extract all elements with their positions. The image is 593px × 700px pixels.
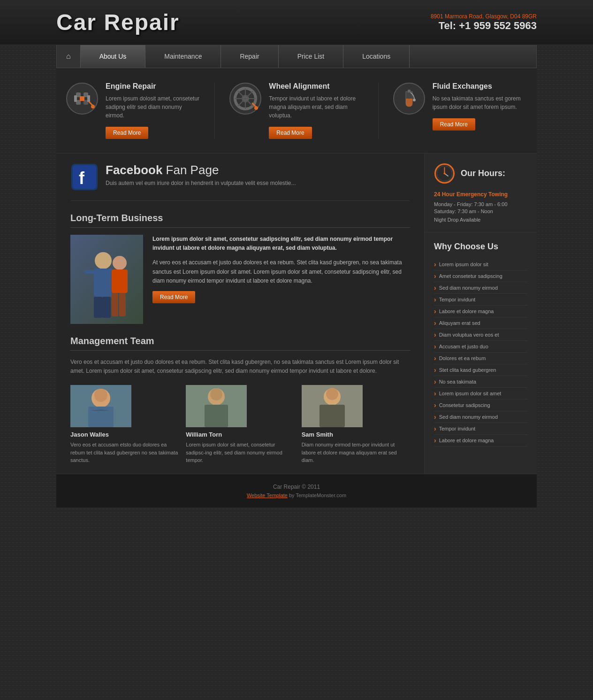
management-title: Management Team xyxy=(70,336,410,351)
longterm-para1: Lorem ipsum dolor sit amet, consetetur s… xyxy=(152,235,410,253)
wheel-desc: Tempor invidunt ut labore et dolore magn… xyxy=(269,94,364,120)
wheel-title: Wheel Alignment xyxy=(269,82,364,91)
nav-item-maintenance[interactable]: Maintenance xyxy=(145,45,221,68)
hours-weekday: Monday - Friday: 7:30 am - 6:00 xyxy=(434,201,527,207)
svg-rect-35 xyxy=(119,293,126,316)
fluid-read-more[interactable]: Read More xyxy=(433,118,475,131)
engine-desc: Lorem ipsum dolosit amet, consetetur sad… xyxy=(106,94,200,120)
engine-icon xyxy=(66,82,99,115)
fluid-desc: No sea takimata sanctus est gorem ipsum … xyxy=(433,94,527,111)
logo: Car Repair xyxy=(56,9,180,35)
left-content: f Facebook Fan Page Duis autem vel eum i… xyxy=(56,154,424,474)
svg-point-8 xyxy=(91,105,95,108)
why-title: Why Choose Us xyxy=(434,242,527,252)
jason-desc: Vero eos et accusam etsto duo dolores ea… xyxy=(70,441,179,464)
footer-link[interactable]: Website Template xyxy=(247,492,288,498)
svg-point-20 xyxy=(413,99,416,101)
contact-info: 8901 Marmora Road, Glasgow, D04 89GR Tel… xyxy=(431,13,537,32)
list-item: Lorem ipsum dolor sit xyxy=(434,259,527,270)
svg-rect-46 xyxy=(319,405,345,427)
contact-address: 8901 Marmora Road, Glasgow, D04 89GR xyxy=(431,13,537,20)
service-fluid: Fluid Exchanges No sea takimata sanctus … xyxy=(393,82,527,139)
list-item: Labore et dolore magna xyxy=(434,306,527,317)
service-wheel: Wheel Alignment Tempor invidunt ut labor… xyxy=(229,82,364,139)
william-desc: Lorem ipsum dolor sit amet, consetetur s… xyxy=(186,441,294,464)
svg-point-52 xyxy=(444,173,446,175)
engine-content: Engine Repair Lorem ipsum dolosit amet, … xyxy=(106,82,200,139)
list-item: Sed diam nonumy eirmod xyxy=(434,411,527,423)
longterm-text: Lorem ipsum dolor sit amet, consetetur s… xyxy=(152,235,410,324)
list-item: Labore et dolore magna xyxy=(434,435,527,446)
member-sam: Sam Smith Diam nonumy eirmod tem-por inv… xyxy=(302,385,410,464)
nav-home-button[interactable]: ⌂ xyxy=(57,45,81,68)
svg-rect-22 xyxy=(73,165,96,189)
list-item: Diam voluptua vero eos et xyxy=(434,329,527,341)
member-william: William Torn Lorem ipsum dolor sit amet,… xyxy=(186,385,294,464)
list-item: Lorem ipsum dolor sit amet xyxy=(434,388,527,400)
list-item: No sea takimata xyxy=(434,376,527,388)
svg-rect-30 xyxy=(94,297,102,318)
main-wrapper: Engine Repair Lorem ipsum dolosit amet, … xyxy=(56,68,537,474)
svg-point-17 xyxy=(254,106,258,110)
nav-item-pricelist[interactable]: Price List xyxy=(279,45,344,68)
list-item: Amet consetetur sadipscing xyxy=(434,270,527,282)
nav-item-about[interactable]: About Us xyxy=(81,45,146,68)
facebook-bold: Facebook xyxy=(106,163,162,177)
right-sidebar: Our Hours: 24 Hour Emergency Towing Mond… xyxy=(424,154,537,474)
svg-rect-5 xyxy=(80,96,84,101)
wheel-icon xyxy=(229,82,262,115)
why-box: Why Choose Us Lorem ipsum dolor sit Amet… xyxy=(425,232,537,456)
svg-text:f: f xyxy=(79,169,85,188)
clock-icon xyxy=(434,163,455,184)
hours-box: Our Hours: 24 Hour Emergency Towing Mond… xyxy=(425,154,537,232)
svg-rect-7 xyxy=(87,95,90,102)
why-list: Lorem ipsum dolor sit Amet consetetur sa… xyxy=(434,259,527,446)
facebook-desc: Duis autem vel eum iriure dolor in hendr… xyxy=(106,180,296,186)
svg-point-32 xyxy=(113,256,127,270)
svg-point-43 xyxy=(210,388,222,400)
engine-read-more[interactable]: Read More xyxy=(106,127,148,139)
svg-rect-33 xyxy=(112,269,128,293)
footer-copyright: Car Repair © 2011 xyxy=(66,484,527,490)
hours-saturday: Saturday: 7:30 am - Noon xyxy=(434,208,527,214)
list-item: Consetetur sadipscing xyxy=(434,400,527,411)
facebook-section: f Facebook Fan Page Duis autem vel eum i… xyxy=(70,163,410,201)
hours-header: Our Hours: xyxy=(434,163,527,184)
wheel-read-more[interactable]: Read More xyxy=(269,127,312,139)
list-item: Sed diam nonumy eirmod xyxy=(434,282,527,294)
services-section: Engine Repair Lorem ipsum dolosit amet, … xyxy=(56,68,537,154)
list-item: Tempor invidunt xyxy=(434,294,527,306)
jason-photo xyxy=(70,385,131,427)
longterm-image xyxy=(70,235,143,324)
fluid-icon xyxy=(393,82,426,115)
hours-night: Night Drop Available xyxy=(434,217,527,223)
home-icon: ⌂ xyxy=(66,52,71,61)
footer-credit: Website Template by TemplateMonster.com xyxy=(66,492,527,498)
sam-desc: Diam nonumy eirmod tem-por invidunt ut l… xyxy=(302,441,410,464)
list-item: Aliquyam erat sed xyxy=(434,317,527,329)
svg-rect-6 xyxy=(74,95,77,102)
facebook-title: Facebook Fan Page xyxy=(106,163,296,177)
svg-point-39 xyxy=(94,389,107,402)
footer-by: by TemplateMonster.com xyxy=(288,492,346,498)
nav: ⌂ About Us Maintenance Repair Price List… xyxy=(56,45,537,68)
svg-rect-31 xyxy=(102,297,111,318)
divider-1 xyxy=(214,82,215,139)
longterm-read-more[interactable]: Read More xyxy=(152,291,195,303)
svg-rect-42 xyxy=(205,405,228,427)
list-item: Accusam et justo duo xyxy=(434,341,527,353)
contact-phone: Tel: +1 959 552 5963 xyxy=(431,20,537,32)
william-photo xyxy=(186,385,247,427)
engine-title: Engine Repair xyxy=(106,82,200,91)
fluid-title: Fluid Exchanges xyxy=(433,82,527,91)
william-name: William Torn xyxy=(186,431,294,438)
longterm-para2: At vero eos et accusam et justo duo dolo… xyxy=(152,258,410,285)
hours-emergency: 24 Hour Emergency Towing xyxy=(434,191,527,198)
nav-item-locations[interactable]: Locations xyxy=(343,45,410,68)
jason-name: Jason Walles xyxy=(70,431,179,438)
nav-item-repair[interactable]: Repair xyxy=(221,45,278,68)
wheel-content: Wheel Alignment Tempor invidunt ut labor… xyxy=(269,82,364,139)
divider-2 xyxy=(378,82,379,139)
svg-point-26 xyxy=(95,252,112,269)
sam-photo xyxy=(302,385,363,427)
